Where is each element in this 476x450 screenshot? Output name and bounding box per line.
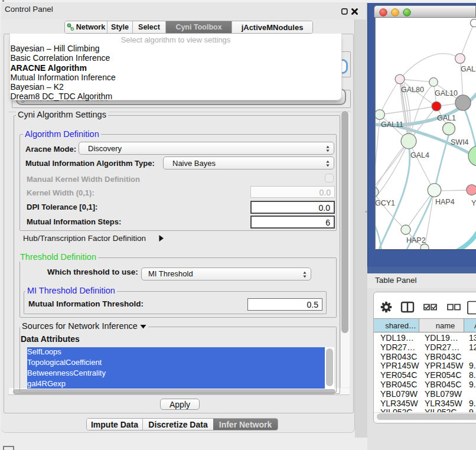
svg-text:GAL1: GAL1 — [437, 114, 456, 122]
svg-text:GCY1: GCY1 — [376, 199, 395, 207]
svg-text:GAL11: GAL11 — [381, 120, 403, 129]
svg-text:HAP2: HAP2 — [406, 236, 426, 244]
svg-text:GAL10: GAL10 — [435, 89, 458, 97]
svg-text:SWI4: SWI4 — [451, 138, 469, 146]
svg-text:GAL2: GAL2 — [461, 65, 476, 73]
svg-text:GAL80: GAL80 — [401, 86, 424, 94]
svg-text:Y: Y — [471, 199, 476, 207]
svg-text:GAL4: GAL4 — [410, 151, 429, 159]
svg-text:HAP4: HAP4 — [435, 198, 455, 206]
